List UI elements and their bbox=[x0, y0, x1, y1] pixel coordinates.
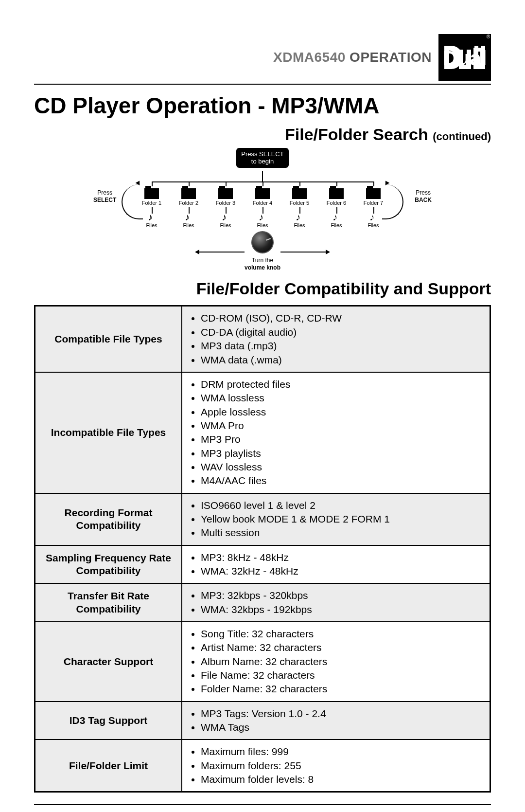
subheading-search: File/Folder Search (continued) bbox=[34, 125, 491, 144]
folder-label: Folder 3 bbox=[216, 200, 235, 206]
folder-label: Folder 2 bbox=[179, 200, 198, 206]
logo-svg: Dual bbox=[443, 42, 486, 73]
folder-icon bbox=[292, 188, 307, 199]
list-item: WMA Tags bbox=[201, 721, 485, 734]
table-row: Sampling Frequency Rate CompatibilityMP3… bbox=[35, 545, 490, 584]
row-label: Incompatible File Types bbox=[35, 372, 182, 493]
row-label: Transfer Bit Rate Compatibility bbox=[35, 583, 182, 622]
list-item: ISO9660 level 1 & level 2 bbox=[201, 499, 485, 512]
music-note-icon: ♪ bbox=[296, 212, 300, 223]
row-label: File/Folder Limit bbox=[35, 740, 182, 792]
turn-label: Turn the volume knob bbox=[107, 257, 418, 271]
row-items: Song Title: 32 charactersArtist Name: 32… bbox=[182, 622, 490, 702]
folder-icon bbox=[329, 188, 344, 199]
files-label: Files bbox=[183, 222, 194, 228]
header-word: OPERATION bbox=[350, 50, 432, 65]
header-text: XDMA6540 OPERATION bbox=[273, 50, 432, 65]
table-row: ID3 Tag SupportMP3 Tags: Version 1.0 - 2… bbox=[35, 702, 490, 740]
select-box-line1: Press SELECT bbox=[241, 151, 283, 158]
left-curve-arrow bbox=[122, 184, 143, 219]
row-items: MP3: 8kHz - 48kHzWMA: 32kHz - 48kHz bbox=[182, 545, 490, 584]
list-item: MP3: 8kHz - 48kHz bbox=[201, 551, 485, 564]
page-title: CD Player Operation - MP3/WMA bbox=[34, 93, 491, 118]
row-items: Maximum files: 999Maximum folders: 255Ma… bbox=[182, 740, 490, 792]
list-item: Song Title: 32 characters bbox=[201, 627, 485, 641]
list-item: DRM protected files bbox=[201, 378, 485, 391]
list-item: MP3 playlists bbox=[201, 447, 485, 460]
knob-area: Turn the volume knob bbox=[107, 231, 418, 271]
page-header: XDMA6540 OPERATION ® bbox=[34, 34, 491, 81]
header-rule bbox=[34, 84, 491, 85]
row-label: Character Support bbox=[35, 622, 182, 702]
select-box-line2: to begin bbox=[241, 158, 283, 165]
right-curve-arrow bbox=[382, 184, 403, 219]
music-note-icon: ♪ bbox=[148, 212, 153, 223]
row-label: Compatible File Types bbox=[35, 306, 182, 372]
list-item: Folder Name: 32 characters bbox=[201, 682, 485, 696]
list-item: Maximum folder levels: 8 bbox=[201, 773, 485, 786]
list-item: File Name: 32 characters bbox=[201, 668, 485, 682]
folder-tree: Press SELECT Press BACK [92,168,244,320,… bbox=[107, 171, 418, 229]
list-item: WAV lossless bbox=[201, 460, 485, 474]
folder-label: Folder 1 bbox=[142, 200, 161, 206]
files-label: Files bbox=[146, 222, 157, 228]
list-item: MP3 Pro bbox=[201, 433, 485, 446]
footer-rule bbox=[34, 804, 491, 805]
music-note-icon: ♪ bbox=[259, 212, 263, 223]
folder-icon bbox=[144, 188, 159, 199]
list-item: WMA data (.wma) bbox=[201, 353, 485, 367]
compatibility-table: Compatible File TypesCD-ROM (ISO), CD-R,… bbox=[34, 305, 491, 793]
row-items: MP3: 32kbps - 320kbpsWMA: 32kbps - 192kb… bbox=[182, 583, 490, 622]
volume-knob-icon bbox=[251, 231, 274, 253]
list-item: Yellow book MODE 1 & MODE 2 FORM 1 bbox=[201, 512, 485, 526]
list-item: WMA: 32kHz - 48kHz bbox=[201, 564, 485, 578]
list-item: WMA: 32kbps - 192kbps bbox=[201, 603, 485, 616]
list-item: CD-ROM (ISO), CD-R, CD-RW bbox=[201, 311, 485, 325]
table-row: Incompatible File TypesDRM protected fil… bbox=[35, 372, 490, 493]
list-item: Artist Name: 32 characters bbox=[201, 641, 485, 654]
music-note-icon: ♪ bbox=[185, 212, 190, 223]
table-row: Transfer Bit Rate CompatibilityMP3: 32kb… bbox=[35, 583, 490, 622]
files-label: Files bbox=[294, 222, 305, 228]
brand-logo: ® Dual bbox=[438, 34, 491, 81]
list-item: MP3 data (.mp3) bbox=[201, 339, 485, 353]
row-label: ID3 Tag Support bbox=[35, 702, 182, 740]
list-item: Maximum folders: 255 bbox=[201, 759, 485, 773]
files-label: Files bbox=[220, 222, 231, 228]
list-item: M4A/AAC files bbox=[201, 474, 485, 487]
left-press-label: Press SELECT bbox=[93, 189, 116, 203]
folder-icon bbox=[366, 188, 381, 199]
row-items: MP3 Tags: Version 1.0 - 2.4WMA Tags bbox=[182, 702, 490, 740]
left-arrow-icon bbox=[196, 252, 245, 253]
table-row: Compatible File TypesCD-ROM (ISO), CD-R,… bbox=[35, 306, 490, 372]
folder-label: Folder 5 bbox=[290, 200, 309, 206]
row-items: CD-ROM (ISO), CD-R, CD-RWCD-DA (digital … bbox=[182, 306, 490, 372]
music-note-icon: ♪ bbox=[332, 212, 337, 223]
list-item: Apple lossless bbox=[201, 405, 485, 419]
music-note-icon: ♪ bbox=[222, 212, 227, 223]
row-label: Sampling Frequency Rate Compatibility bbox=[35, 545, 182, 584]
folder-label: Folder 6 bbox=[327, 200, 346, 206]
right-press-label: Press BACK bbox=[415, 189, 432, 203]
table-row: File/Folder LimitMaximum files: 999Maxim… bbox=[35, 740, 490, 792]
table-row: Character SupportSong Title: 32 characte… bbox=[35, 622, 490, 702]
list-item: CD-DA (digital audio) bbox=[201, 325, 485, 339]
registered-icon: ® bbox=[487, 34, 490, 39]
table-row: Recording Format CompatibilityISO9660 le… bbox=[35, 493, 490, 545]
list-item: WMA Pro bbox=[201, 419, 485, 433]
list-item: Album Name: 32 characters bbox=[201, 655, 485, 668]
subheading-compat: File/Folder Compatibility and Support bbox=[34, 279, 491, 298]
select-box: Press SELECT to begin bbox=[236, 148, 288, 168]
folder-icon bbox=[181, 188, 196, 199]
row-label: Recording Format Compatibility bbox=[35, 493, 182, 545]
model-number: XDMA6540 bbox=[273, 50, 346, 65]
subhead-main: File/Folder Search bbox=[285, 125, 428, 144]
folder-icon bbox=[255, 188, 270, 199]
folder-label: Folder 4 bbox=[253, 200, 272, 206]
row-items: ISO9660 level 1 & level 2Yellow book MOD… bbox=[182, 493, 490, 545]
folder-icon bbox=[218, 188, 233, 199]
list-item: WMA lossless bbox=[201, 391, 485, 405]
list-item: MP3 Tags: Version 1.0 - 2.4 bbox=[201, 707, 485, 721]
search-diagram: Press SELECT to begin Press SELECT Press… bbox=[107, 148, 418, 272]
files-label: Files bbox=[368, 222, 379, 228]
